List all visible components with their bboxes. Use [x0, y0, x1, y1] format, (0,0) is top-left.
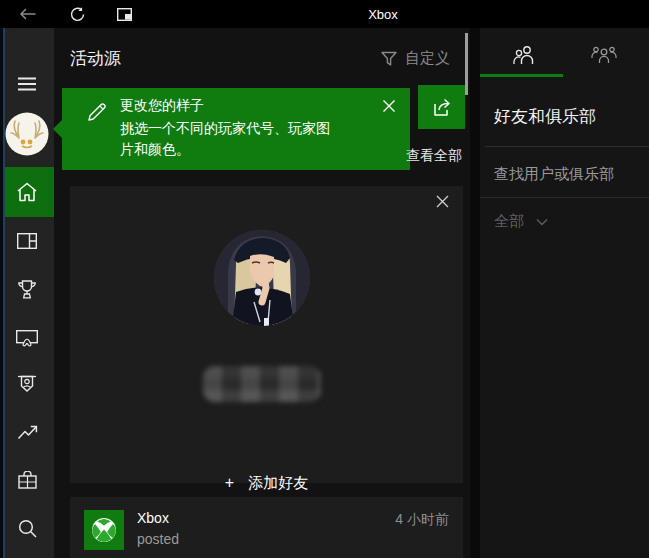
store-icon: [18, 471, 37, 489]
tab-friends[interactable]: [484, 38, 564, 72]
trending-icon: [17, 425, 38, 440]
sidebar-item-achievements[interactable]: [0, 265, 54, 313]
active-tab-indicator: [480, 74, 563, 77]
view-all-link[interactable]: 查看全部: [406, 147, 462, 165]
feed-action: posted: [137, 531, 179, 547]
sidebar-item-console[interactable]: [0, 552, 54, 558]
plus-icon: +: [225, 474, 234, 492]
menu-icon: [17, 77, 37, 91]
suggested-friend-photo: [214, 230, 310, 326]
blurred-gamertag: [203, 366, 321, 402]
compact-view-button[interactable]: [113, 5, 135, 24]
add-friend-label: 添加好友: [248, 474, 308, 491]
feed-post[interactable]: Xbox posted 4 小时前: [70, 497, 463, 558]
friends-icon: [512, 45, 536, 65]
friends-panel: 好友和俱乐部 全部: [480, 28, 649, 558]
sidebar-item-captures[interactable]: [0, 314, 54, 362]
divider: [485, 146, 649, 147]
add-friend-button[interactable]: +添加好友: [70, 474, 463, 493]
search-users-input[interactable]: [494, 161, 642, 185]
share-icon: [431, 97, 453, 117]
page-title: 活动源: [70, 47, 121, 70]
sidebar-item-my-games[interactable]: [0, 217, 54, 265]
window-edge: [0, 28, 5, 558]
compact-view-icon: [117, 8, 132, 21]
pencil-icon: [86, 101, 108, 123]
banner-title: 更改您的样子: [120, 97, 204, 115]
tab-clubs[interactable]: [564, 38, 644, 72]
back-button[interactable]: [16, 5, 38, 24]
share-button[interactable]: [418, 85, 465, 129]
back-icon: [19, 8, 36, 20]
avatar-badge-icon: [17, 374, 37, 394]
search-icon: [18, 519, 37, 538]
achievements-icon: [17, 280, 37, 299]
banner-body: 挑选一个不同的玩家代号、玩家图片和颜色。: [120, 118, 338, 160]
friends-panel-title: 好友和俱乐部: [494, 105, 596, 128]
sidebar-item-trending[interactable]: [0, 408, 54, 456]
sidebar-item-avatar-editor[interactable]: [0, 360, 54, 408]
refresh-button[interactable]: [66, 5, 88, 24]
my-games-icon: [17, 233, 37, 249]
customize-label: 自定义: [405, 49, 450, 68]
sidebar-item-home[interactable]: [0, 167, 54, 217]
capture-icon: [16, 330, 38, 347]
xbox-logo: [84, 510, 124, 550]
filter-dropdown-label: 全部: [494, 212, 524, 231]
card-close-button[interactable]: [436, 195, 449, 208]
profile-avatar[interactable]: [0, 110, 54, 158]
filter-dropdown[interactable]: 全部: [494, 212, 548, 231]
friend-suggestion-card: +添加好友: [70, 186, 463, 483]
titlebar: Xbox: [0, 0, 649, 28]
customize-button[interactable]: 自定义: [381, 49, 450, 68]
sidebar-item-search[interactable]: [0, 504, 54, 552]
divider: [480, 197, 649, 198]
window-title: Xbox: [333, 7, 433, 22]
clubs-icon: [591, 46, 617, 64]
change-style-banner: 更改您的样子 挑选一个不同的玩家代号、玩家图片和颜色。: [62, 88, 410, 170]
activity-feed-panel: 活动源 自定义 更改您的样子 挑选一个不同的玩家代号、玩家图片和颜色。 查看全部: [54, 28, 470, 558]
filter-icon: [381, 51, 397, 66]
menu-button[interactable]: [0, 60, 54, 108]
sidebar: [0, 28, 54, 558]
refresh-icon: [70, 7, 85, 22]
home-icon: [16, 182, 38, 202]
banner-close-button[interactable]: [382, 99, 396, 113]
scrollbar-thumb[interactable]: [465, 33, 468, 95]
avatar: [5, 112, 49, 156]
sidebar-item-store[interactable]: [0, 456, 54, 504]
feed-author: Xbox: [137, 510, 169, 526]
feed-timestamp: 4 小时前: [395, 511, 449, 529]
chevron-down-icon: [536, 218, 548, 226]
